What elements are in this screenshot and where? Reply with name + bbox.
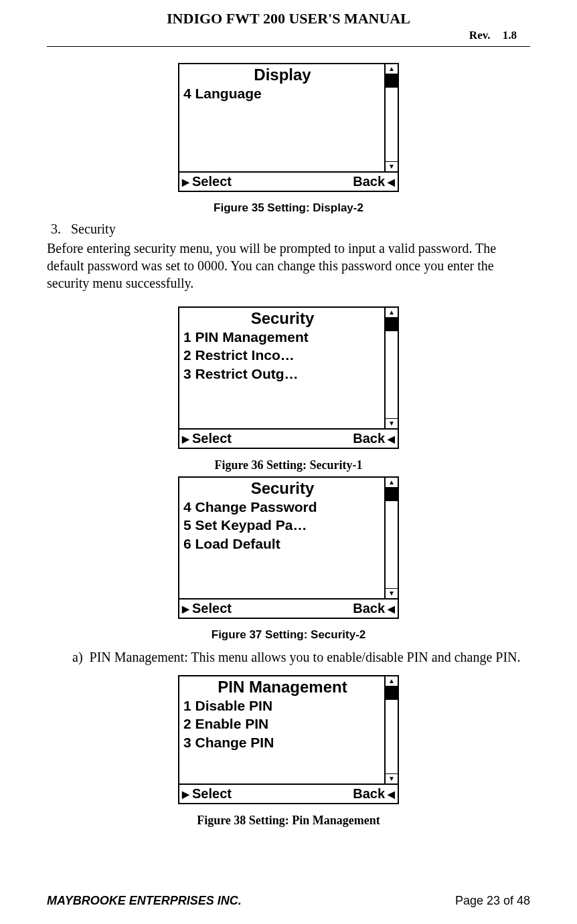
triangle-left-icon: ◀ <box>388 604 395 614</box>
scroll-up-icon[interactable]: ▲ <box>386 64 398 74</box>
scroll-track <box>386 88 398 161</box>
section-3-heading: 3. Security <box>51 221 530 237</box>
back-label: Back <box>353 786 385 802</box>
screen-body: Security 4 Change Password 5 Set Keypad … <box>179 478 398 599</box>
scroll-down-icon[interactable]: ▼ <box>386 773 398 783</box>
screen-title: Security <box>183 309 382 328</box>
figure-37-caption: Figure 37 Setting: Security-2 <box>47 628 530 642</box>
triangle-right-icon: ▶ <box>182 177 189 187</box>
revision-line: Rev. 1.8 <box>47 29 530 42</box>
footer-page-number: Page 23 of 48 <box>455 894 530 908</box>
triangle-left-icon: ◀ <box>388 790 395 799</box>
menu-item-disable-pin[interactable]: 1 Disable PIN <box>183 697 382 715</box>
triangle-right-icon: ▶ <box>182 790 189 799</box>
menu-item-enable-pin[interactable]: 2 Enable PIN <box>183 715 382 733</box>
select-label: Select <box>192 174 232 189</box>
scrollbar[interactable]: ▲ ▼ <box>384 64 398 171</box>
menu-item-change-pin[interactable]: 3 Change PIN <box>183 733 382 751</box>
doc-title: INDIGO FWT 200 USER'S MANUAL <box>47 10 530 27</box>
triangle-left-icon: ◀ <box>388 177 395 187</box>
phone-screen-display: Display 4 Language ▲ ▼ ▶ Select Back ◀ <box>178 63 399 192</box>
screen-content: Security 4 Change Password 5 Set Keypad … <box>179 478 384 598</box>
scroll-thumb[interactable] <box>386 318 398 331</box>
softkey-select[interactable]: ▶ Select <box>182 786 232 802</box>
scroll-up-icon[interactable]: ▲ <box>386 308 398 318</box>
menu-item-pin-management[interactable]: 1 PIN Management <box>183 328 382 346</box>
scroll-track <box>386 501 398 588</box>
softkey-back[interactable]: Back ◀ <box>353 174 395 189</box>
softkey-back[interactable]: Back ◀ <box>353 601 395 616</box>
softkey-row: ▶ Select Back ◀ <box>179 173 398 191</box>
back-label: Back <box>353 431 385 446</box>
softkey-select[interactable]: ▶ Select <box>182 174 232 189</box>
select-label: Select <box>192 786 232 802</box>
screen-content: Security 1 PIN Management 2 Restrict Inc… <box>179 308 384 428</box>
screen-content: PIN Management 1 Disable PIN 2 Enable PI… <box>179 676 384 783</box>
footer-company: MAYBROOKE ENTERPRISES INC. <box>47 894 242 908</box>
screen-body: Display 4 Language ▲ ▼ <box>179 64 398 173</box>
scrollbar[interactable]: ▲ ▼ <box>384 478 398 598</box>
scrollbar[interactable]: ▲ ▼ <box>384 308 398 428</box>
page: INDIGO FWT 200 USER'S MANUAL Rev. 1.8 Di… <box>0 0 577 924</box>
phone-screen-security-1: Security 1 PIN Management 2 Restrict Inc… <box>178 306 399 449</box>
item-a-marker: a) <box>72 650 83 664</box>
scrollbar[interactable]: ▲ ▼ <box>384 676 398 783</box>
back-label: Back <box>353 174 385 189</box>
softkey-row: ▶ Select Back ◀ <box>179 785 398 803</box>
screen-content: Display 4 Language <box>179 64 384 171</box>
section-3-body: Before entering security menu, you will … <box>47 240 530 292</box>
screen-title: Display <box>183 66 382 84</box>
screen-body: Security 1 PIN Management 2 Restrict Inc… <box>179 308 398 430</box>
phone-screen-pin-management: PIN Management 1 Disable PIN 2 Enable PI… <box>178 675 399 804</box>
menu-item-restrict-incoming[interactable]: 2 Restrict Inco… <box>183 346 382 364</box>
softkey-select[interactable]: ▶ Select <box>182 431 232 446</box>
figure-38-caption: Figure 38 Setting: Pin Management <box>47 814 530 828</box>
menu-item-change-password[interactable]: 4 Change Password <box>183 498 382 516</box>
phone-screen-security-2: Security 4 Change Password 5 Set Keypad … <box>178 476 399 619</box>
menu-item-restrict-outgoing[interactable]: 3 Restrict Outg… <box>183 365 382 383</box>
menu-item-set-keypad[interactable]: 5 Set Keypad Pa… <box>183 516 382 534</box>
triangle-right-icon: ▶ <box>182 604 189 614</box>
scroll-up-icon[interactable]: ▲ <box>386 676 398 686</box>
scroll-thumb[interactable] <box>386 686 398 700</box>
rev-value: 1.8 <box>493 29 517 41</box>
triangle-left-icon: ◀ <box>388 434 395 444</box>
triangle-right-icon: ▶ <box>182 434 189 444</box>
select-label: Select <box>192 601 232 616</box>
section-number: 3. <box>51 221 61 236</box>
menu-item-language[interactable]: 4 Language <box>183 84 382 102</box>
section-label: Security <box>71 221 116 236</box>
screen-title: Security <box>183 479 382 498</box>
scroll-track <box>386 700 398 773</box>
scroll-thumb[interactable] <box>386 488 398 501</box>
scroll-down-icon[interactable]: ▼ <box>386 588 398 598</box>
scroll-down-icon[interactable]: ▼ <box>386 161 398 171</box>
screen-title: PIN Management <box>183 678 382 697</box>
item-a: a) PIN Management: This menu allows you … <box>72 648 530 666</box>
softkey-back[interactable]: Back ◀ <box>353 431 395 446</box>
header-divider <box>47 46 530 47</box>
figure-35-caption: Figure 35 Setting: Display-2 <box>47 201 530 215</box>
item-a-text: PIN Management: This menu allows you to … <box>90 650 521 664</box>
select-label: Select <box>192 431 232 446</box>
scroll-up-icon[interactable]: ▲ <box>386 478 398 488</box>
softkey-select[interactable]: ▶ Select <box>182 601 232 616</box>
page-footer: MAYBROOKE ENTERPRISES INC. Page 23 of 48 <box>47 894 530 908</box>
scroll-thumb[interactable] <box>386 74 398 88</box>
figure-36-caption: Figure 36 Setting: Security-1 <box>47 458 530 472</box>
menu-item-load-default[interactable]: 6 Load Default <box>183 535 382 553</box>
back-label: Back <box>353 601 385 616</box>
scroll-down-icon[interactable]: ▼ <box>386 418 398 428</box>
softkey-row: ▶ Select Back ◀ <box>179 599 398 618</box>
scroll-track <box>386 331 398 418</box>
softkey-row: ▶ Select Back ◀ <box>179 430 398 448</box>
screen-body: PIN Management 1 Disable PIN 2 Enable PI… <box>179 676 398 785</box>
softkey-back[interactable]: Back ◀ <box>353 786 395 802</box>
rev-label: Rev. <box>469 29 491 41</box>
